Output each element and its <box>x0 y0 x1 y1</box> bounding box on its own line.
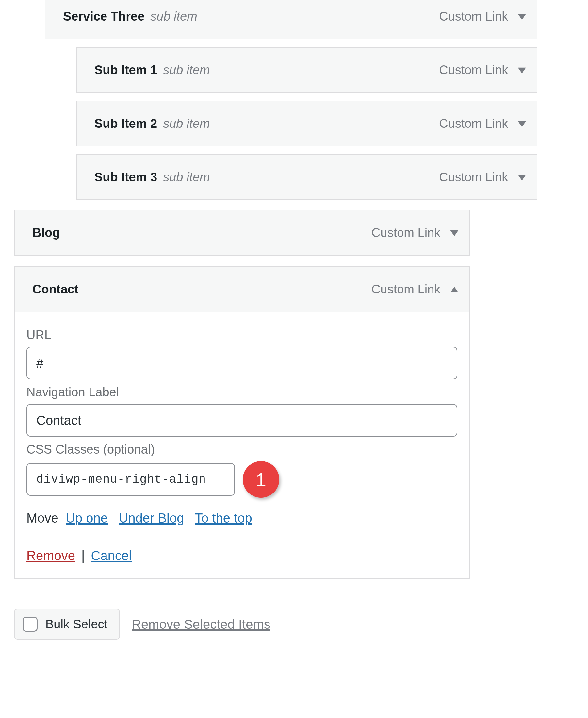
menu-item-sublabel: sub item <box>163 63 210 77</box>
menu-item-type: Custom Link <box>439 63 508 77</box>
menu-item-contact-header[interactable]: Contact Custom Link ▲ <box>14 266 470 312</box>
move-controls: Move Up one Under Blog To the top <box>26 511 457 526</box>
navigation-label-input[interactable] <box>26 404 457 437</box>
divider <box>14 676 569 676</box>
move-up-one-link[interactable]: Up one <box>66 511 108 525</box>
bulk-select-button[interactable]: Bulk Select <box>14 609 120 640</box>
menu-item-title: Sub Item 2 <box>94 117 157 131</box>
menu-item-type: Custom Link <box>372 282 440 296</box>
css-classes-input[interactable] <box>26 463 235 496</box>
menu-item-sublabel: sub item <box>163 117 210 131</box>
move-to-top-link[interactable]: To the top <box>195 511 252 525</box>
chevron-down-icon[interactable]: ▼ <box>515 65 529 75</box>
menu-item-contact-open: Contact Custom Link ▲ URL Navigation Lab… <box>14 266 470 579</box>
menu-item-service-three[interactable]: Service Three sub item Custom Link ▼ <box>45 0 538 39</box>
menu-item-title: Sub Item 1 <box>94 63 157 77</box>
separator: | <box>79 548 87 563</box>
field-label-navlabel: Navigation Label <box>26 385 457 399</box>
field-label-url: URL <box>26 328 457 342</box>
chevron-down-icon[interactable]: ▼ <box>447 228 461 238</box>
chevron-down-icon[interactable]: ▼ <box>515 172 529 182</box>
move-label: Move <box>26 511 59 525</box>
menu-item-title: Service Three <box>63 9 144 23</box>
menu-item-title: Sub Item 3 <box>94 170 157 184</box>
chevron-down-icon[interactable]: ▼ <box>515 12 529 21</box>
remove-selected-items-link[interactable]: Remove Selected Items <box>132 617 271 632</box>
menu-item-sub-1[interactable]: Sub Item 1 sub item Custom Link ▼ <box>76 47 538 93</box>
menu-item-blog[interactable]: Blog Custom Link ▼ <box>14 210 470 255</box>
menu-item-contact-panel: URL Navigation Label CSS Classes (option… <box>14 312 470 579</box>
menu-item-sublabel: sub item <box>150 9 197 23</box>
menu-item-sub-2[interactable]: Sub Item 2 sub item Custom Link ▼ <box>76 101 538 146</box>
annotation-badge-1: 1 <box>243 461 279 498</box>
remove-link[interactable]: Remove <box>26 548 75 563</box>
url-input[interactable] <box>26 347 457 379</box>
menu-item-sublabel: sub item <box>163 170 210 184</box>
chevron-up-icon[interactable]: ▲ <box>447 284 461 294</box>
field-label-cssclasses: CSS Classes (optional) <box>26 443 457 456</box>
cancel-link[interactable]: Cancel <box>91 548 132 563</box>
menu-item-type: Custom Link <box>439 9 508 23</box>
chevron-down-icon[interactable]: ▼ <box>515 119 529 128</box>
menu-item-title: Contact <box>32 282 78 296</box>
menu-item-sub-3[interactable]: Sub Item 3 sub item Custom Link ▼ <box>76 154 538 200</box>
menu-item-type: Custom Link <box>372 226 440 240</box>
move-under-blog-link[interactable]: Under Blog <box>119 511 184 525</box>
menu-item-type: Custom Link <box>439 117 508 131</box>
menu-item-title: Blog <box>32 226 60 240</box>
bulk-select-label: Bulk Select <box>45 617 107 631</box>
bulk-select-row: Bulk Select Remove Selected Items <box>14 609 588 640</box>
bulk-select-checkbox[interactable] <box>23 617 38 632</box>
menu-item-type: Custom Link <box>439 170 508 184</box>
